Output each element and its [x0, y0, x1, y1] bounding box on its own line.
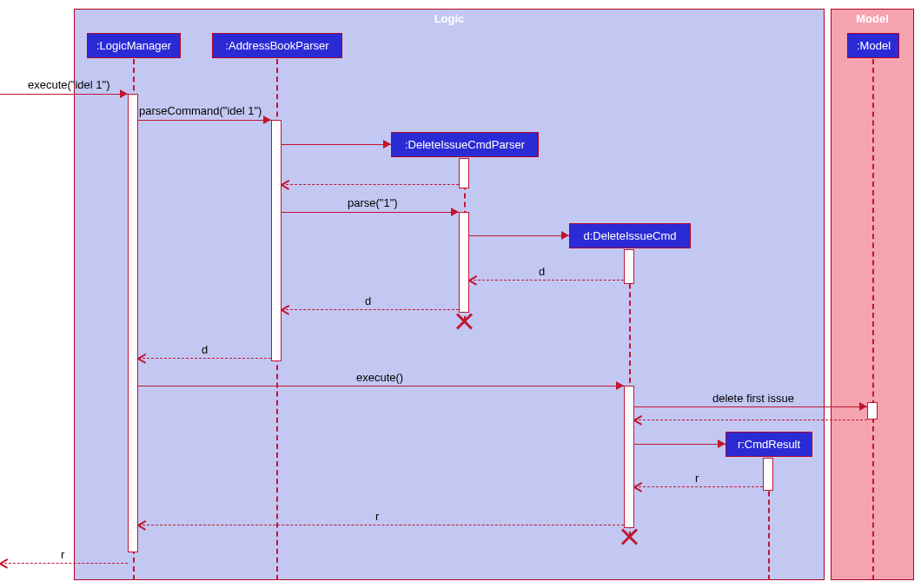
msg-return-r-cmd — [634, 486, 763, 487]
activation-deleteissuecmd-2 — [624, 386, 634, 528]
msg-return-parser-create — [282, 184, 459, 185]
destroy-cmd-icon — [620, 528, 638, 545]
label-return-r-lm: r — [375, 510, 379, 523]
participant-addressbookparser: :AddressBookParser — [212, 33, 342, 58]
msg-return-r-external — [0, 563, 128, 564]
label-execute-idel1: execute("idel 1") — [28, 78, 110, 91]
msg-return-d-lm — [138, 358, 271, 359]
label-parsecommand: parseCommand("idel 1") — [139, 104, 262, 117]
label-delete-first-issue: delete first issue — [712, 392, 794, 405]
msg-execute-idel1 — [0, 94, 128, 95]
sequence-diagram: Logic Model :LogicManager :AddressBookPa… — [0, 0, 921, 588]
label-return-d-lm: d — [202, 343, 208, 356]
frame-logic-title: Logic — [75, 10, 824, 30]
arrowhead-create-cmd — [561, 231, 569, 240]
activation-model — [867, 402, 878, 420]
msg-delete-first-issue — [634, 406, 867, 407]
arrowhead-parsecommand — [263, 116, 271, 124]
participant-deleteissuecmd: d:DeleteIssueCmd — [569, 223, 691, 248]
activation-deleteissuecmd-1 — [624, 249, 634, 284]
participant-deleteissuecmdparser: :DeleteIssueCmdParser — [391, 132, 539, 157]
msg-return-r-lm — [138, 525, 624, 525]
activation-addressbookparser — [271, 120, 282, 361]
msg-parse1 — [282, 212, 459, 213]
msg-return-d-parser — [469, 280, 624, 281]
frame-logic: Logic — [74, 9, 825, 580]
label-execute: execute() — [356, 371, 403, 384]
arrowhead-execute — [616, 381, 624, 390]
label-parse1: parse("1") — [348, 196, 398, 209]
arrowhead-execute-idel1 — [120, 89, 128, 98]
label-return-r-external: r — [61, 548, 64, 561]
msg-create-cmdresult — [634, 444, 726, 445]
msg-execute — [138, 386, 624, 386]
msg-return-d-abp — [282, 309, 459, 310]
participant-logicmanager: :LogicManager — [87, 33, 181, 58]
activation-deleteissuecmdparser-2 — [459, 212, 469, 313]
label-return-d-abp: d — [365, 294, 371, 307]
frame-model-title: Model — [832, 10, 913, 30]
activation-cmdresult — [763, 458, 773, 491]
label-return-r-cmd: r — [695, 472, 699, 485]
activation-logicmanager — [128, 94, 138, 552]
msg-return-model — [634, 420, 867, 420]
participant-cmdresult: r:CmdResult — [726, 432, 812, 457]
arrowhead-parse1 — [451, 208, 459, 216]
msg-parsecommand — [138, 120, 271, 121]
participant-model: :Model — [847, 33, 899, 58]
lifeline-model — [872, 59, 874, 580]
msg-create-cmd — [469, 235, 569, 236]
msg-create-parser — [282, 144, 391, 145]
arrowhead-delete-first-issue — [859, 402, 867, 411]
destroy-parser-icon — [455, 313, 473, 330]
activation-deleteissuecmdparser-1 — [459, 158, 469, 188]
arrowhead-create-cmdresult — [718, 439, 726, 448]
arrowhead-create-parser — [383, 140, 391, 149]
label-return-d-parser: d — [539, 265, 545, 278]
